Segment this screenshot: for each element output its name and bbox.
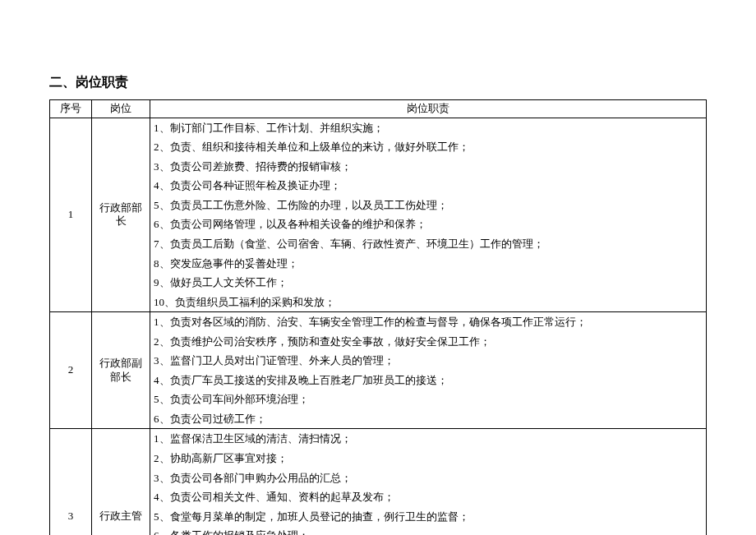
section-title: 二、岗位职责 [49, 74, 707, 91]
duties-table: 序号 岗位 岗位职责 1行政部部长1、制订部门工作目标、工作计划、并组织实施；2… [49, 99, 707, 535]
cell-position: 行政部部长 [92, 118, 150, 311]
duty-item: 3、负责公司差旅费、招待费的报销审核； [150, 157, 706, 177]
cell-position: 行政部副部长 [92, 312, 150, 429]
duty-item: 2、负责、组织和接待相关单位和上级单位的来访，做好外联工作； [150, 137, 706, 157]
duty-item: 2、负责维护公司治安秩序，预防和查处安全事故，做好安全保卫工作； [150, 332, 706, 352]
duty-item: 4、负责公司各种证照年检及换证办理； [150, 176, 706, 196]
duty-item: 9、做好员工人文关怀工作； [150, 273, 706, 293]
cell-num: 3 [50, 429, 92, 535]
header-num: 序号 [50, 99, 92, 118]
cell-num: 1 [50, 118, 92, 311]
duty-item: 5、负责员工工伤意外险、工伤险的办理，以及员工工伤处理； [150, 196, 706, 215]
cell-position: 行政主管 [92, 429, 150, 535]
duty-item: 4、负责公司相关文件、通知、资料的起草及发布； [150, 487, 706, 507]
duty-item: 3、负责公司各部门申购办公用品的汇总； [150, 468, 706, 488]
cell-duties: 1、负责对各区域的消防、治安、车辆安全管理工作的检查与督导，确保各项工作正常运行… [150, 312, 707, 429]
duty-item: 7、负责员工后勤（食堂、公司宿舍、车辆、行政性资产、环境卫生）工作的管理； [150, 234, 706, 254]
duty-item: 1、制订部门工作目标、工作计划、并组织实施； [150, 118, 706, 138]
duty-item: 3、监督门卫人员对出门证管理、外来人员的管理； [150, 351, 706, 371]
duty-item: 4、负责厂车员工接送的安排及晚上百胜老厂加班员工的接送； [150, 371, 706, 390]
duty-item: 1、负责对各区域的消防、治安、车辆安全管理工作的检查与督导，确保各项工作正常运行… [150, 312, 706, 332]
table-row: 3行政主管1、监督保洁卫生区域的清洁、清扫情况；2、协助高新厂区事宜对接；3、负… [50, 429, 707, 535]
table-row: 2行政部副部长1、负责对各区域的消防、治安、车辆安全管理工作的检查与督导，确保各… [50, 312, 707, 429]
cell-duties: 1、监督保洁卫生区域的清洁、清扫情况；2、协助高新厂区事宜对接；3、负责公司各部… [150, 429, 707, 535]
duty-item: 10、负责组织员工福利的采购和发放； [150, 293, 706, 312]
table-header-row: 序号 岗位 岗位职责 [50, 99, 707, 118]
table-row: 1行政部部长1、制订部门工作目标、工作计划、并组织实施；2、负责、组织和接待相关… [50, 118, 707, 311]
cell-duties: 1、制订部门工作目标、工作计划、并组织实施；2、负责、组织和接待相关单位和上级单… [150, 118, 707, 311]
duty-item: 5、食堂每月菜单的制定，加班人员登记的抽查，例行卫生的监督； [150, 507, 706, 527]
duty-item: 2、协助高新厂区事宜对接； [150, 449, 706, 468]
header-duties: 岗位职责 [150, 99, 707, 118]
cell-num: 2 [50, 312, 92, 429]
duty-item: 1、监督保洁卫生区域的清洁、清扫情况； [150, 429, 706, 449]
duty-item: 8、突发应急事件的妥善处理； [150, 254, 706, 274]
duty-item: 6、负责公司网络管理，以及各种相关设备的维护和保养； [150, 214, 706, 234]
header-position: 岗位 [92, 99, 150, 118]
duty-item: 5、负责公司车间外部环境治理； [150, 390, 706, 409]
duty-item: 6、负责公司过磅工作； [150, 409, 706, 429]
duty-item: 6、各类工伤的报销及应急处理； [150, 526, 706, 535]
